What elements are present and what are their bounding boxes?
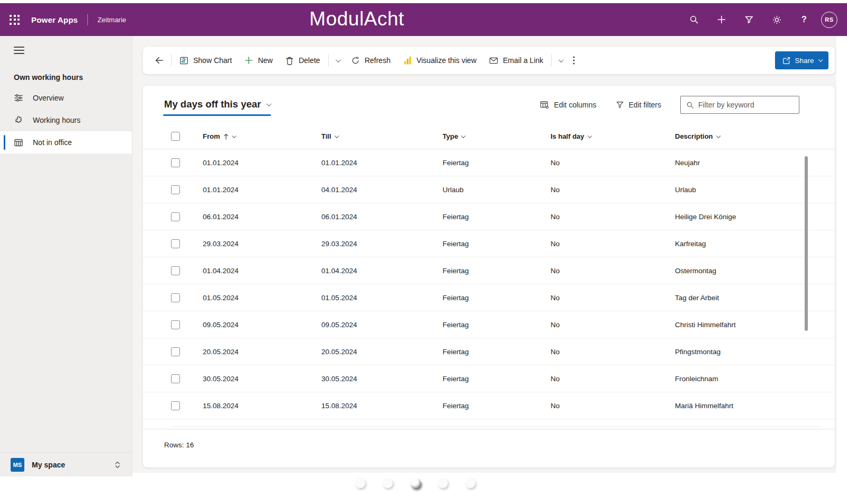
brand-label[interactable]: Power Apps [31,15,78,24]
add-icon[interactable] [708,3,735,36]
chevron-down-icon [266,101,272,106]
column-header-till[interactable]: Till [321,132,443,140]
email-link-button[interactable]: Email a Link [483,51,549,70]
share-button[interactable]: Share [775,51,828,69]
cell-till: 01.04.2024 [321,267,443,275]
my-space-label: My space [32,461,65,469]
cell-type: Feiertag [443,375,551,383]
visualize-view-button[interactable]: Visualize this view [397,51,483,70]
edit-filters-button[interactable]: Edit filters [616,101,661,109]
app-title: ModulAcht [309,8,404,30]
main-canvas: Show Chart New Delete Refresh [132,36,836,473]
cell-from: 01.04.2024 [203,267,321,275]
view-selector[interactable]: My days off this year [164,98,270,111]
column-header-type[interactable]: Type [443,132,551,140]
cell-from: 29.03.2024 [203,240,321,248]
row-checkbox[interactable] [171,293,180,302]
header-divider [87,14,88,25]
command-divider [328,54,329,67]
table-row[interactable]: 15.08.2024 15.08.2024 Feiertag No Mariä … [143,392,835,419]
table-body: 01.01.2024 01.01.2024 Feiertag No Neujah… [143,149,835,419]
show-chart-icon [179,56,188,65]
cell-description: Ostermontag [675,267,822,275]
column-header-is-half-day[interactable]: Is half day [551,132,675,140]
cell-description: Urlaub [675,186,822,194]
select-all-checkbox[interactable] [171,132,180,141]
spinner-dot [383,478,393,488]
app-header: Power Apps Zeitmarie ModulAcht ? RS [0,3,847,36]
row-checkbox[interactable] [171,239,180,248]
keyword-filter-input[interactable] [698,101,794,109]
sidebar-footer[interactable]: MS My space [0,452,132,476]
table-row[interactable]: 29.03.2024 29.03.2024 Feiertag No Karfre… [143,230,835,257]
cell-description: Tag der Arbeit [675,294,822,302]
sidebar-item-label: Working hours [33,116,80,124]
edit-columns-button[interactable]: Edit columns [540,101,596,109]
show-chart-button[interactable]: Show Chart [173,51,238,70]
waffle-icon[interactable] [10,15,20,25]
column-header-from[interactable]: From [203,132,321,140]
cell-description: Neujahr [675,159,822,167]
cell-is-half-day: No [551,213,675,221]
cell-description: Fronleichnam [675,375,822,383]
row-checkbox[interactable] [171,347,180,356]
switch-space-icon[interactable] [114,461,121,469]
refresh-button[interactable]: Refresh [345,51,397,70]
cell-type: Feiertag [443,159,551,167]
cell-is-half-day: No [551,186,675,194]
cell-till: 30.05.2024 [321,375,443,383]
table-row[interactable]: 01.01.2024 04.01.2024 Urlaub No Urlaub [143,176,835,203]
sort-ascending-icon [223,133,229,140]
table-row[interactable]: 30.05.2024 30.05.2024 Feiertag No Fronle… [143,365,835,392]
settings-gear-icon[interactable] [763,3,790,36]
partial-row [171,419,822,427]
spinner-dot [355,478,365,488]
sidebar: Own working hours Overview Working hours… [0,36,132,476]
search-icon[interactable] [680,3,708,36]
cell-type: Feiertag [443,321,551,329]
table-row[interactable]: 06.01.2024 06.01.2024 Feiertag No Heilig… [143,203,835,230]
filter-icon[interactable] [735,3,763,36]
help-icon[interactable]: ? [790,3,818,36]
cell-type: Feiertag [443,294,551,302]
vertical-scrollbar-thumb[interactable] [805,156,808,331]
delete-button[interactable]: Delete [279,51,326,70]
chevron-down-icon [462,133,466,138]
row-checkbox[interactable] [171,266,180,275]
row-checkbox[interactable] [171,320,180,329]
email-icon [489,57,498,65]
row-checkbox[interactable] [171,374,180,383]
keyword-filter-box[interactable] [680,96,799,114]
column-header-description[interactable]: Description [675,132,822,140]
table-row[interactable]: 01.01.2024 01.01.2024 Feiertag No Neujah… [143,149,835,176]
cell-from: 01.05.2024 [203,294,321,302]
sidebar-item-label: Not in office [33,138,72,147]
email-overflow-chevron[interactable] [553,51,567,70]
back-button[interactable] [149,51,169,70]
cell-is-half-day: No [551,240,675,248]
table-row[interactable]: 20.05.2024 20.05.2024 Feiertag No Pfings… [143,338,835,365]
cell-till: 15.08.2024 [321,402,443,410]
my-space-badge: MS [11,458,24,472]
chevron-down-icon [232,133,236,138]
cell-till: 20.05.2024 [321,348,443,356]
delete-overflow-chevron[interactable] [330,51,345,70]
sidebar-item-overview[interactable]: Overview [0,87,132,109]
new-button[interactable]: New [238,51,279,70]
more-commands-button[interactable] [567,51,580,70]
sidebar-item-not-in-office[interactable]: Not in office [0,131,132,154]
table-row[interactable]: 01.04.2024 01.04.2024 Feiertag No Osterm… [143,257,835,284]
row-checkbox[interactable] [171,212,180,221]
table-row[interactable]: 09.05.2024 09.05.2024 Feiertag No Christ… [143,311,835,338]
avatar[interactable]: RS [821,12,837,28]
cell-from: 30.05.2024 [203,375,321,383]
hamburger-menu-icon[interactable] [14,47,24,54]
row-checkbox[interactable] [171,158,180,167]
row-checkbox[interactable] [171,185,180,194]
chevron-down-icon [588,133,592,138]
table-row[interactable]: 01.05.2024 01.05.2024 Feiertag No Tag de… [143,284,835,311]
sidebar-item-working-hours[interactable]: Working hours [0,109,132,131]
visualize-bars-icon [403,56,412,65]
cell-description: Christi Himmelfahrt [675,321,822,329]
row-checkbox[interactable] [171,401,180,410]
